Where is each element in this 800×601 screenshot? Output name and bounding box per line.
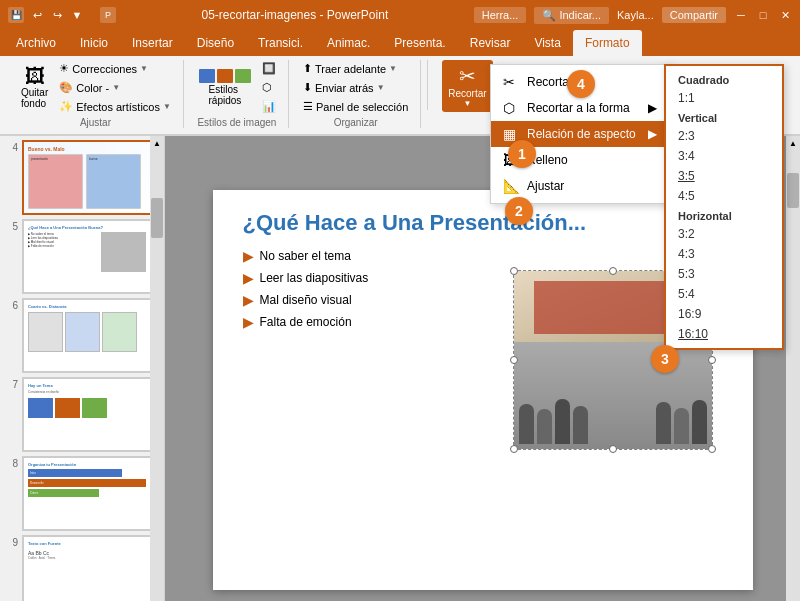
tab-revisar[interactable]: Revisar [458,30,523,56]
share-btn[interactable]: Compartir [662,7,726,23]
slide-thumb-7[interactable]: 7 Hay un Tema Consistencia en diseño [4,377,160,452]
canvas-scroll-thumb[interactable] [787,173,799,208]
send-backward-icon: ⬇ [303,81,312,94]
quitar-fondo-icon: 🖼 [25,66,45,86]
disp-imagen-btn[interactable]: 📊 [258,98,280,115]
canvas-scrollbar-v: ▲ ▼ [786,136,800,601]
correcciones-btn[interactable]: ☀ Correcciones ▼ [55,60,175,77]
crop-scissor-icon: ✂ [503,74,519,90]
scroll-track [150,150,164,601]
aspect-16-9[interactable]: 16:9 [666,304,782,324]
handle-bc[interactable] [609,445,617,453]
selection-panel-icon: ☰ [303,100,313,113]
tab-animac[interactable]: Animac. [315,30,382,56]
handle-bl[interactable] [510,445,518,453]
crop-icon: ✂ [459,64,476,88]
slide-thumb-5[interactable]: 5 ¿Qué Hace a Una Presentación Buena? ▶ … [4,219,160,294]
slide-thumb-6[interactable]: 6 Cuarto vs. Distancia [4,298,160,373]
tab-vista[interactable]: Vista [522,30,572,56]
undo-btn[interactable]: ↩ [30,8,44,22]
aspect-3-5[interactable]: 3:5 [666,166,782,186]
handle-br[interactable] [708,445,716,453]
handle-ml[interactable] [510,356,518,364]
tab-presenta[interactable]: Presenta. [382,30,457,56]
handle-tl[interactable] [510,267,518,275]
arrow-right-icon-2: ▶ [648,127,657,141]
slide-img-5[interactable]: ¿Qué Hace a Una Presentación Buena? ▶ No… [22,219,152,294]
ribbon-group-adjust: 🖼 Quitarfondo ☀ Correcciones ▼ 🎨 Color -… [8,60,184,128]
slide-img-4[interactable]: Bueno vs. Malo presentación buena [22,140,152,215]
aspect-submenu: Cuadrado 1:1 Vertical 2:3 3:4 3:5 4:5 Ho… [664,64,784,350]
aspect-4-3[interactable]: 4:3 [666,244,782,264]
callout-1: 1 [508,140,536,168]
tab-formato[interactable]: Formato [573,30,642,56]
aspect-header-vertical: Vertical [666,108,782,126]
crop-item-ajustar[interactable]: 📐 Ajustar [491,173,669,199]
quitar-fondo-btn[interactable]: 🖼 Quitarfondo [16,63,53,112]
tab-insertar[interactable]: Insertar [120,30,185,56]
traer-adelante-btn[interactable]: ⬆ Traer adelante ▼ [299,60,412,77]
title-bar: 💾 ↩ ↪ ▼ P 05-recortar-imagenes - PowerPo… [0,0,800,30]
close-btn[interactable]: ✕ [778,8,792,22]
slide-img-7[interactable]: Hay un Tema Consistencia en diseño [22,377,152,452]
aspect-3-4[interactable]: 3:4 [666,146,782,166]
contorno-forma-btn[interactable]: 🔲 [258,60,280,77]
app-tool-label[interactable]: Herra... [474,7,527,23]
maximize-btn[interactable]: □ [756,8,770,22]
aspect-5-3[interactable]: 5:3 [666,264,782,284]
enviar-atras-btn[interactable]: ⬇ Enviar atrás ▼ [299,79,412,96]
tab-archivo[interactable]: Archivo [4,30,68,56]
bring-forward-icon: ⬆ [303,62,312,75]
bullet-icon-4: ▶ [243,314,254,330]
crop-item-forma[interactable]: ⬡ Recortar a la forma ▶ [491,95,669,121]
slide-title: ¿Qué Hace a Una Presentación... [243,210,723,236]
slide-img-6[interactable]: Cuarto vs. Distancia [22,298,152,373]
panel-seleccion-btn[interactable]: ☰ Panel de selección [299,98,412,115]
aspect-2-3[interactable]: 2:3 [666,126,782,146]
ribbon-tabs: Archivo Inicio Insertar Diseño Transici.… [0,30,800,56]
color-btn[interactable]: 🎨 Color - ▼ [55,79,175,96]
slide-thumb-9[interactable]: 9 Texto con Fuente Aa Bb Cc Calibri · Ar… [4,535,160,601]
slide-panel-scrollbar: ▲ ▼ [150,136,164,601]
redo-btn[interactable]: ↪ [50,8,64,22]
tab-diseno[interactable]: Diseño [185,30,246,56]
aspect-header-cuadrado: Cuadrado [666,70,782,88]
tab-transici[interactable]: Transici. [246,30,315,56]
canvas-scroll-up[interactable]: ▲ [786,136,800,150]
adjust-label: Ajustar [80,117,111,128]
ribbon-group-organize: ⬆ Traer adelante ▼ ⬇ Enviar atrás ▼ ☰ Pa… [291,60,421,128]
window-title: 05-recortar-imagenes - PowerPoint [116,8,474,22]
customize-btn[interactable]: ▼ [70,8,84,22]
title-bar-left: 💾 ↩ ↪ ▼ P [8,7,116,23]
efectos-btn[interactable]: ✨ Efectos artísticos ▼ [55,98,175,115]
recortar-btn[interactable]: ✂ Recortar ▼ [442,60,492,112]
aspect-16-10[interactable]: 16:10 [666,324,782,344]
organize-label: Organizar [334,117,378,128]
aspect-5-4[interactable]: 5:4 [666,284,782,304]
slide-img-8[interactable]: Organiza tu Presentación Intro Desarroll… [22,456,152,531]
estilos-rapidos-btn[interactable]: Estilosrápidos [194,66,256,109]
scroll-up-btn[interactable]: ▲ [150,136,164,150]
user-name[interactable]: Kayla... [617,9,654,21]
slide-img-9[interactable]: Texto con Fuente Aa Bb Cc Calibri · Aria… [22,535,152,601]
slide-thumb-8[interactable]: 8 Organiza tu Presentación Intro Desarro… [4,456,160,531]
minimize-btn[interactable]: ─ [734,8,748,22]
bullet-icon-2: ▶ [243,270,254,286]
save-icon[interactable]: 💾 [8,7,24,23]
color-icon: 🎨 [59,81,73,94]
tab-inicio[interactable]: Inicio [68,30,120,56]
search-box-title[interactable]: 🔍 Indicar... [534,7,609,24]
ribbon-group-image-styles: Estilosrápidos 🔲 ⬡ 📊 Estilos de imagen [186,60,289,128]
scroll-thumb[interactable] [151,198,163,238]
handle-tc[interactable] [609,267,617,275]
ppt-icon: P [100,7,116,23]
aspect-4-5[interactable]: 4:5 [666,186,782,206]
callout-2: 2 [505,197,533,225]
aspect-1-1[interactable]: 1:1 [666,88,782,108]
handle-mr[interactable] [708,356,716,364]
aspect-3-2[interactable]: 3:2 [666,224,782,244]
slide-thumb-4[interactable]: 4 Bueno vs. Malo presentación buena [4,140,160,215]
efectos-imagen-btn[interactable]: ⬡ [258,79,280,96]
crop-aspect-icon: ▦ [503,126,519,142]
bullet-icon-1: ▶ [243,248,254,264]
